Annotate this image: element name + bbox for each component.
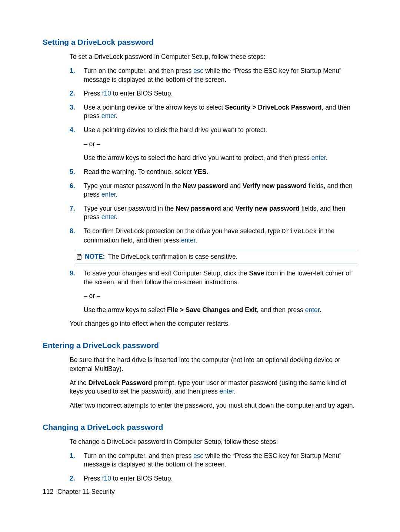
text: Turn on the computer, and then press — [84, 452, 193, 459]
paragraph: At the DriveLock Password prompt, type y… — [70, 379, 357, 396]
setting-steps-list-cont: 9. To save your changes and exit Compute… — [43, 269, 357, 315]
text: Use the arrow keys to select — [84, 306, 167, 314]
step-number: 8. — [70, 227, 84, 245]
text: to enter BIOS Setup. — [111, 475, 173, 482]
text: . — [116, 213, 118, 221]
text: , and then press — [257, 306, 305, 314]
step-number: 6. — [70, 182, 84, 199]
key-esc: esc — [193, 452, 203, 459]
text: and — [228, 182, 243, 190]
closing-text: Your changes go into effect when the com… — [70, 319, 357, 328]
text: . — [326, 154, 328, 161]
chapter-title: Chapter 11 Security — [57, 488, 115, 495]
setting-steps-list: 1. Turn on the computer, and then press … — [43, 67, 357, 245]
text: Read the warning. To continue, select — [84, 168, 193, 175]
step-body: Read the warning. To continue, select YE… — [84, 168, 357, 177]
text: Type your user password in the — [84, 205, 176, 212]
text: . — [206, 168, 208, 175]
step-body: Turn on the computer, and then press esc… — [84, 452, 357, 469]
step-number: 2. — [70, 474, 84, 483]
step-number: 4. — [70, 126, 84, 163]
step-body: Use a pointing device to click the hard … — [84, 126, 357, 163]
step-item: 8. To confirm DriveLock protection on th… — [43, 227, 357, 245]
bold-text: Security > DriveLock Password — [225, 104, 321, 111]
text: Press — [84, 90, 102, 97]
key-enter: enter — [101, 191, 116, 198]
step-number: 9. — [70, 269, 84, 315]
step-item: 9. To save your changes and exit Compute… — [43, 269, 357, 315]
text: . — [116, 112, 118, 120]
step-number: 2. — [70, 89, 84, 98]
bold-text: DriveLock Password — [89, 379, 152, 387]
page-footer: 112 Chapter 11 Security — [43, 488, 115, 496]
monospace-text: DriveLock — [282, 228, 317, 235]
text: and — [221, 205, 236, 212]
step-number: 3. — [70, 103, 84, 121]
step-item: 2. Press f10 to enter BIOS Setup. — [43, 89, 357, 98]
key-enter: enter — [305, 306, 320, 314]
step-body: Use a pointing device or the arrow keys … — [84, 103, 357, 121]
or-divider: – or – — [84, 292, 357, 301]
intro-text: To set a DriveLock password in Computer … — [70, 53, 357, 61]
step-body: To save your changes and exit Computer S… — [84, 269, 357, 315]
paragraph: Be sure that the hard drive is inserted … — [70, 356, 357, 373]
step-item: 2. Press f10 to enter BIOS Setup. — [43, 474, 357, 483]
page-number: 112 — [43, 488, 53, 495]
note-icon — [75, 254, 83, 260]
key-f10: f10 — [102, 475, 111, 482]
heading-setting-drivelock: Setting a DriveLock password — [43, 36, 357, 47]
step-item: 1. Turn on the computer, and then press … — [43, 67, 357, 84]
key-enter: enter — [311, 154, 326, 161]
step-body: To confirm DriveLock protection on the d… — [84, 227, 357, 245]
bold-text: Save — [249, 270, 264, 277]
text: Use a pointing device to click the hard … — [84, 126, 357, 135]
step-number: 5. — [70, 168, 84, 177]
text: Press — [84, 475, 102, 482]
text: to enter BIOS Setup. — [111, 90, 173, 97]
step-item: 3. Use a pointing device or the arrow ke… — [43, 103, 357, 121]
bold-text: New password — [183, 182, 228, 190]
step-body: Turn on the computer, and then press esc… — [84, 67, 357, 84]
bold-text: Verify new password — [236, 205, 300, 212]
note-box: NOTE: The DriveLock confirmation is case… — [75, 250, 357, 264]
text: . — [116, 191, 118, 198]
text: To confirm DriveLock protection on the d… — [84, 227, 282, 235]
step-item: 1. Turn on the computer, and then press … — [43, 452, 357, 469]
bold-text: YES — [193, 168, 206, 175]
step-body: Type your master password in the New pas… — [84, 182, 357, 199]
text: Type your master password in the — [84, 182, 183, 190]
step-number: 1. — [70, 67, 84, 84]
heading-changing-drivelock: Changing a DriveLock password — [43, 421, 357, 432]
key-enter: enter — [101, 213, 116, 221]
step-item: 6. Type your master password in the New … — [43, 182, 357, 199]
text: Use the arrow keys to select the hard dr… — [84, 154, 311, 161]
key-esc: esc — [193, 67, 203, 74]
bold-text: New password — [176, 205, 221, 212]
text: Turn on the computer, and then press — [84, 67, 193, 74]
text: At the — [70, 379, 89, 387]
note-label: NOTE: — [85, 252, 105, 261]
step-number: 7. — [70, 204, 84, 222]
key-enter: enter — [181, 237, 196, 244]
step-item: 5. Read the warning. To continue, select… — [43, 168, 357, 177]
text: . — [234, 388, 236, 395]
paragraph: After two incorrect attempts to enter th… — [70, 401, 357, 410]
text: To save your changes and exit Computer S… — [84, 270, 249, 277]
bold-text: File > Save Changes and Exit — [167, 306, 257, 314]
key-enter: enter — [220, 388, 234, 395]
document-page: Setting a DriveLock password To set a Dr… — [0, 0, 400, 483]
step-body: Press f10 to enter BIOS Setup. — [84, 474, 357, 483]
intro-text: To change a DriveLock password in Comput… — [70, 438, 357, 446]
step-body: Type your user password in the New passw… — [84, 204, 357, 222]
text: . — [196, 237, 197, 244]
text: Use a pointing device or the arrow keys … — [84, 104, 225, 111]
step-item: 4. Use a pointing device to click the ha… — [43, 126, 357, 163]
key-f10: f10 — [102, 90, 111, 97]
or-divider: – or – — [84, 140, 357, 149]
step-number: 1. — [70, 452, 84, 469]
key-enter: enter — [101, 112, 116, 120]
step-body: Press f10 to enter BIOS Setup. — [84, 89, 357, 98]
heading-entering-drivelock: Entering a DriveLock password — [43, 339, 357, 351]
text: . — [320, 306, 321, 314]
changing-steps-list: 1. Turn on the computer, and then press … — [43, 452, 357, 483]
